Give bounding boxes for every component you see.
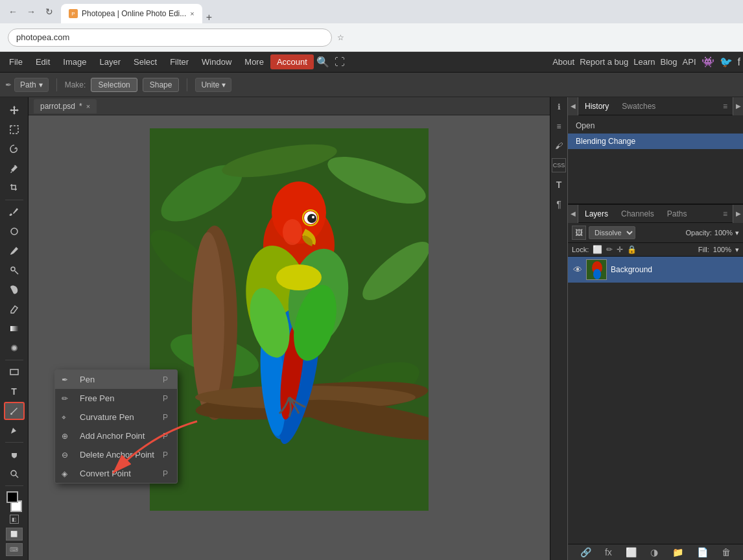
tool-eraser[interactable] bbox=[4, 300, 25, 318]
type-strip-btn[interactable]: T bbox=[552, 178, 566, 192]
layers-expand-btn[interactable]: ▶ bbox=[733, 205, 743, 223]
canvas-tab-close[interactable]: × bbox=[86, 102, 90, 110]
tool-eyedropper[interactable] bbox=[4, 203, 25, 221]
para-strip-btn[interactable]: ¶ bbox=[552, 197, 566, 211]
menu-more[interactable]: More bbox=[238, 54, 270, 69]
menu-api[interactable]: API bbox=[683, 57, 696, 67]
foreground-color[interactable] bbox=[6, 491, 18, 503]
history-collapse-btn[interactable]: ◀ bbox=[568, 97, 578, 115]
fill-dropdown-icon[interactable]: ▾ bbox=[735, 246, 739, 254]
tool-rect-shape[interactable] bbox=[4, 363, 25, 381]
nav-forward-button[interactable]: → bbox=[23, 4, 39, 19]
search-icon[interactable]: 🔍 bbox=[314, 56, 332, 68]
tool-history-brush[interactable] bbox=[4, 281, 25, 299]
layers-panel-menu[interactable]: ≡ bbox=[718, 209, 733, 218]
menu-file[interactable]: File bbox=[3, 54, 29, 69]
tool-path-select[interactable] bbox=[4, 421, 25, 439]
menu-blog[interactable]: Blog bbox=[661, 57, 678, 67]
context-menu-item-convert-point[interactable]: ◈ Convert Point P bbox=[55, 464, 177, 483]
menu-window[interactable]: Window bbox=[195, 54, 238, 69]
lock-transparency-icon[interactable]: ⬜ bbox=[593, 245, 602, 254]
menu-learn[interactable]: Learn bbox=[633, 57, 655, 67]
context-menu-item-pen[interactable]: ✒ Pen P bbox=[55, 370, 177, 389]
css-strip-btn[interactable]: CSS bbox=[552, 158, 566, 172]
menu-filter[interactable]: Filter bbox=[163, 54, 195, 69]
paths-tab[interactable]: Paths bbox=[661, 209, 694, 218]
lock-position-icon[interactable]: ✛ bbox=[617, 245, 623, 254]
tool-blur[interactable] bbox=[4, 339, 25, 357]
tool-spot-heal[interactable] bbox=[4, 222, 25, 240]
tool-zoom[interactable] bbox=[4, 465, 25, 483]
tool-hand[interactable] bbox=[4, 445, 25, 463]
address-input[interactable] bbox=[8, 29, 332, 47]
swatches-tab[interactable]: Swatches bbox=[615, 102, 662, 111]
brush-strip-btn[interactable]: 🖌 bbox=[552, 139, 566, 153]
history-item-blending[interactable]: Blending Change bbox=[568, 134, 743, 149]
shape-button[interactable]: Shape bbox=[143, 78, 180, 92]
twitter-icon[interactable]: 🐦 bbox=[720, 56, 733, 68]
menu-layer[interactable]: Layer bbox=[93, 54, 128, 69]
context-menu-item-add-anchor[interactable]: ⊕ Add Anchor Point P bbox=[55, 426, 177, 445]
tool-pen[interactable] bbox=[4, 402, 25, 420]
tool-brush[interactable] bbox=[4, 242, 25, 260]
delete-layer-icon[interactable]: 🗑 bbox=[722, 547, 731, 557]
facebook-icon[interactable]: f bbox=[738, 56, 740, 68]
tool-selection[interactable] bbox=[4, 121, 25, 139]
opacity-dropdown-icon[interactable]: ▾ bbox=[735, 229, 739, 237]
adjustment-layer-icon[interactable]: ◑ bbox=[650, 547, 658, 557]
keyboard-btn[interactable]: ⌨ bbox=[6, 543, 23, 556]
lock-all-icon[interactable]: 🔒 bbox=[627, 245, 637, 254]
sliders-strip-btn[interactable]: ≡ bbox=[552, 119, 566, 134]
menu-about[interactable]: About bbox=[552, 57, 574, 67]
bookmark-icon[interactable]: ☆ bbox=[337, 33, 344, 42]
menu-image[interactable]: Image bbox=[56, 54, 93, 69]
menu-select[interactable]: Select bbox=[127, 54, 163, 69]
blend-mode-select[interactable]: Dissolve Normal Multiply Screen bbox=[589, 226, 635, 239]
screen-mode-btn[interactable]: ⬜ bbox=[6, 528, 23, 541]
lock-paint-icon[interactable]: ✏ bbox=[606, 245, 613, 254]
history-expand-btn[interactable]: ▶ bbox=[733, 97, 743, 115]
channels-tab[interactable]: Channels bbox=[615, 209, 661, 218]
new-layer-icon[interactable]: 📄 bbox=[697, 547, 708, 557]
add-mask-icon[interactable]: ⬜ bbox=[626, 547, 637, 557]
unite-dropdown[interactable]: Unite ▾ bbox=[195, 78, 231, 92]
tool-magic-wand[interactable] bbox=[4, 159, 25, 178]
menu-edit[interactable]: Edit bbox=[29, 54, 56, 69]
layers-image-btn[interactable]: 🖼 bbox=[572, 226, 586, 240]
context-menu-item-free-pen[interactable]: ✏ Free Pen P bbox=[55, 389, 177, 408]
fullscreen-icon[interactable]: ⛶ bbox=[332, 56, 348, 68]
history-panel-menu[interactable]: ≡ bbox=[718, 102, 733, 111]
context-menu-item-curvature-pen[interactable]: ⌖ Curvature Pen P bbox=[55, 408, 177, 426]
tool-stamp[interactable] bbox=[4, 261, 25, 279]
tab-close-button[interactable]: × bbox=[190, 10, 194, 18]
layer-effects-icon[interactable]: fx bbox=[605, 547, 612, 557]
history-item-open[interactable]: Open bbox=[568, 118, 743, 134]
canvas-image[interactable] bbox=[150, 128, 429, 511]
menu-report-bug[interactable]: Report a bug bbox=[580, 57, 628, 67]
nav-refresh-button[interactable]: ↻ bbox=[41, 4, 57, 19]
nav-back-button[interactable]: ← bbox=[5, 4, 21, 19]
tool-crop[interactable] bbox=[4, 179, 25, 197]
info-strip-btn[interactable]: ℹ bbox=[552, 100, 566, 114]
reddit-icon[interactable]: 👾 bbox=[702, 56, 714, 68]
layer-visibility-icon[interactable]: 👁 bbox=[573, 264, 582, 275]
new-tab-button[interactable]: + bbox=[202, 12, 216, 23]
tool-move[interactable] bbox=[4, 101, 25, 119]
link-layers-icon[interactable]: 🔗 bbox=[580, 547, 591, 557]
tool-text[interactable]: T bbox=[4, 382, 25, 401]
menu-account[interactable]: Account bbox=[270, 54, 314, 69]
tool-path-dropdown[interactable]: Path ▾ bbox=[14, 78, 49, 92]
quick-mask-btn[interactable]: ◧ bbox=[10, 515, 19, 524]
layers-tab[interactable]: Layers bbox=[578, 209, 615, 218]
tool-lasso[interactable] bbox=[4, 140, 25, 158]
selection-button[interactable]: Selection bbox=[91, 78, 137, 92]
layers-collapse-btn[interactable]: ◀ bbox=[568, 205, 578, 223]
context-menu-item-delete-anchor[interactable]: ⊖ Delete Anchor Point P bbox=[55, 445, 177, 464]
new-folder-icon[interactable]: 📁 bbox=[672, 547, 683, 557]
canvas-tab-parrot[interactable]: parrot.psd * × bbox=[34, 99, 97, 113]
layer-item-background[interactable]: 👁 Background bbox=[568, 257, 743, 283]
history-tab[interactable]: History bbox=[578, 102, 615, 111]
active-browser-tab[interactable]: P Photopea | Online Photo Edi... × bbox=[61, 4, 202, 23]
color-selector[interactable] bbox=[4, 491, 25, 512]
tool-gradient[interactable] bbox=[4, 320, 25, 338]
